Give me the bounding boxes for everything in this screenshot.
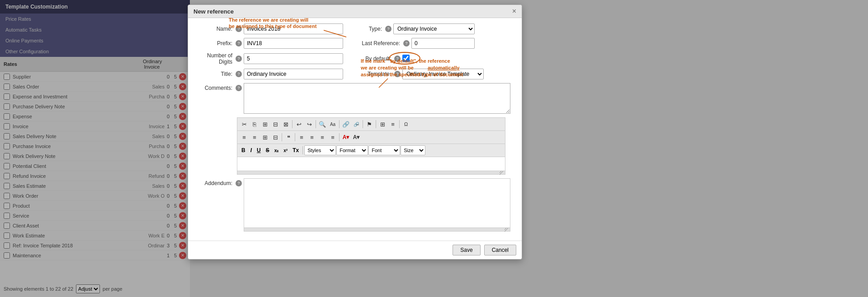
tb-paste-word[interactable]: ⊠ <box>281 119 291 129</box>
tb-indent-less[interactable]: ⊞ <box>260 132 270 142</box>
tb-indent-more[interactable]: ⊟ <box>270 132 280 142</box>
tb-paste-text[interactable]: ⊟ <box>270 119 280 129</box>
comments-textarea[interactable] <box>244 83 510 114</box>
tb-underline[interactable]: U <box>255 145 263 155</box>
styles-dropdown[interactable]: Styles <box>304 145 336 155</box>
modal-header: New reference × <box>188 5 522 18</box>
form-row-prefix-lastref: Prefix: ? Last Reference: ? <box>193 38 516 49</box>
tb-strikethrough[interactable]: S <box>264 145 272 155</box>
editor-toolbar-row1: ✂ ⎘ ⊞ ⊟ ⊠ ↩ ↪ 🔍 Aa 🔗 🔗̶ ⚑ ⊞ ≡ Ω <box>237 117 505 130</box>
template-label: Template: <box>361 71 393 77</box>
tb-replace[interactable]: Aa <box>328 119 338 129</box>
editor-toolbar-row2: ≡ ≡ ⊞ ⊟ ❝ ≡ ≡ ≡ ≡ A▾ A▾ <box>237 130 505 144</box>
tb-hline[interactable]: ≡ <box>388 119 398 129</box>
modal-body: Name: ? Type: ? Ordinary Invoice Prefix:… <box>188 18 522 241</box>
addendum-content[interactable] <box>244 178 510 228</box>
tb-text-color[interactable]: A▾ <box>341 132 351 142</box>
digits-input[interactable] <box>244 53 343 64</box>
by-default-label: By default: <box>361 56 393 62</box>
by-default-help-icon[interactable]: ? <box>394 56 401 62</box>
tb-cut[interactable]: ✂ <box>239 119 249 129</box>
tb-unlink[interactable]: 🔗̶ <box>351 119 361 129</box>
comments-help-icon[interactable]: ? <box>236 85 242 91</box>
tb-bold[interactable]: B <box>239 145 248 155</box>
tb-copy[interactable]: ⎘ <box>250 119 259 129</box>
template-help-icon[interactable]: ? <box>394 71 401 77</box>
tb-subscript[interactable]: x₂ <box>272 145 281 155</box>
tb-italic[interactable]: I <box>248 145 254 155</box>
form-row-digits-default: Number of Digits ? By default: ? If we m… <box>193 52 516 65</box>
form-row-addendum: Addendum: ? <box>193 178 516 232</box>
sep6 <box>399 120 400 128</box>
name-input[interactable] <box>244 23 343 34</box>
modal-close-button[interactable]: × <box>512 8 516 15</box>
sep8 <box>295 133 295 141</box>
tb-remove-format[interactable]: Tx <box>290 145 301 155</box>
tb-redo[interactable]: ↪ <box>304 119 314 129</box>
sep10 <box>302 146 303 154</box>
tb-link[interactable]: 🔗 <box>341 119 351 129</box>
sep9 <box>339 133 340 141</box>
type-select[interactable]: Ordinary Invoice <box>393 23 475 34</box>
size-dropdown[interactable]: Size <box>401 145 425 155</box>
tb-align-justify[interactable]: ≡ <box>328 132 338 142</box>
last-ref-label: Last Reference: <box>361 40 402 46</box>
tb-table[interactable]: ⊞ <box>377 119 387 129</box>
tb-special-char[interactable]: Ω <box>401 119 411 129</box>
digits-help-icon[interactable]: ? <box>236 56 242 62</box>
form-row-name-type: Name: ? Type: ? Ordinary Invoice <box>193 23 516 34</box>
sep3 <box>339 120 340 128</box>
addendum-help-icon[interactable]: ? <box>236 180 242 186</box>
name-help-icon[interactable]: ? <box>236 26 242 32</box>
modal-title: New reference <box>193 8 234 15</box>
addendum-resize-icon <box>504 227 509 232</box>
sep7 <box>282 133 282 141</box>
addendum-editor <box>244 178 510 232</box>
tb-search[interactable]: 🔍 <box>317 119 327 129</box>
last-ref-input[interactable] <box>411 38 475 49</box>
title-help-icon[interactable]: ? <box>236 71 242 77</box>
sep5 <box>376 120 376 128</box>
tb-blockquote[interactable]: ❝ <box>283 132 293 142</box>
last-ref-help-icon[interactable]: ? <box>403 40 410 46</box>
modal-footer: Save Cancel <box>188 241 522 259</box>
tb-align-center[interactable]: ≡ <box>307 132 317 142</box>
save-button[interactable]: Save <box>453 245 480 255</box>
tb-align-left[interactable]: ≡ <box>297 132 307 142</box>
tb-superscript[interactable]: x² <box>281 145 290 155</box>
name-label: Name: <box>193 26 234 32</box>
prefix-help-icon[interactable]: ? <box>236 40 242 46</box>
tb-undo[interactable]: ↩ <box>294 119 304 129</box>
editor-content[interactable] <box>237 157 505 171</box>
cancel-button[interactable]: Cancel <box>484 245 516 255</box>
font-dropdown[interactable]: Font <box>368 145 400 155</box>
resize-icon <box>499 170 504 176</box>
type-label: Type: <box>361 26 384 32</box>
prefix-input[interactable] <box>244 38 343 49</box>
addendum-label: Addendum: <box>193 178 234 186</box>
form-row-title-template: Title: ? Template: ? Ordinary Invoice Te… <box>193 69 516 79</box>
addendum-resize-handle[interactable] <box>244 228 510 232</box>
tb-ol[interactable]: ≡ <box>239 132 249 142</box>
editor-toolbar-row3: B I U S x₂ x² Tx Styles Format Font Size <box>237 144 505 157</box>
digits-label: Number of Digits <box>193 52 234 65</box>
new-reference-modal: New reference × The reference we are cre… <box>188 5 522 260</box>
form-row-comments: Comments: ? <box>193 83 516 114</box>
sep4 <box>363 120 363 128</box>
comments-label: Comments: <box>193 83 234 91</box>
format-dropdown[interactable]: Format <box>336 145 368 155</box>
editor-section: ✂ ⎘ ⊞ ⊟ ⊠ ↩ ↪ 🔍 Aa 🔗 🔗̶ ⚑ ⊞ ≡ Ω <box>237 117 505 175</box>
tb-ul[interactable]: ≡ <box>250 132 259 142</box>
title-label: Title: <box>193 71 234 77</box>
tb-anchor[interactable]: ⚑ <box>364 119 374 129</box>
tb-paste[interactable]: ⊞ <box>260 119 270 129</box>
sep1 <box>292 120 292 128</box>
by-default-checkbox[interactable] <box>402 55 410 62</box>
tb-align-right[interactable]: ≡ <box>317 132 327 142</box>
editor-resize-handle[interactable] <box>237 171 505 175</box>
tb-bg-color[interactable]: A▾ <box>351 132 361 142</box>
prefix-label: Prefix: <box>193 40 234 46</box>
template-select[interactable]: Ordinary Invoice Template <box>402 69 484 79</box>
type-help-icon[interactable]: ? <box>385 26 392 32</box>
title-input[interactable] <box>244 69 343 79</box>
